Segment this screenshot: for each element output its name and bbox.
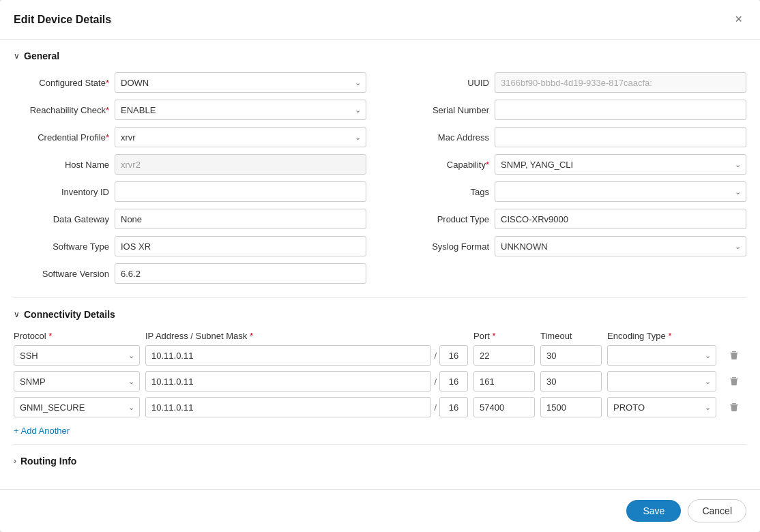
software-type-input[interactable]	[115, 236, 366, 256]
serial-number-row: Serial Number	[394, 100, 746, 120]
tags-row: Tags ⌄	[394, 181, 746, 202]
routing-section-header[interactable]: › Routing Info	[14, 456, 746, 467]
ip-mask-3-wrapper: /	[145, 397, 468, 417]
credential-profile-row: Credential Profile* xrvr ⌄	[14, 127, 366, 147]
encoding-3-wrapper: PROTO ⌄	[607, 397, 716, 417]
ip-1-input[interactable]	[145, 345, 431, 366]
general-section-title: General	[24, 50, 59, 61]
mask-3-input[interactable]	[439, 397, 468, 417]
ip-2-input[interactable]	[145, 371, 431, 391]
software-version-row: Software Version	[14, 263, 366, 284]
delete-2-icon	[729, 376, 740, 387]
protocol-3-select[interactable]: SSH SNMP GNMI_SECURE	[14, 397, 140, 417]
connectivity-row-1: SSH SNMP GNMI_SECURE ⌄ / PROTO	[14, 345, 746, 366]
encoding-1-select[interactable]: PROTO	[607, 345, 716, 366]
timeout-2-input[interactable]	[540, 371, 602, 391]
reachability-check-label: Reachability Check*	[14, 105, 109, 115]
configured-state-select[interactable]: DOWN UP	[115, 72, 366, 93]
protocol-2-select[interactable]: SSH SNMP GNMI_SECURE	[14, 371, 140, 391]
data-gateway-label: Data Gateway	[14, 214, 109, 224]
credential-profile-select[interactable]: xrvr	[115, 127, 366, 147]
protocol-col-header: Protocol *	[14, 331, 140, 341]
delete-row-1-button[interactable]	[722, 347, 746, 364]
connectivity-chevron-icon: ∨	[14, 310, 20, 319]
connectivity-divider	[14, 444, 746, 445]
reachability-check-row: Reachability Check* ENABLE DISABLE ⌄	[14, 100, 366, 120]
ip-mask-2-wrapper: /	[145, 371, 468, 391]
syslog-format-row: Syslog Format UNKNOWN ⌄	[394, 236, 746, 256]
modal-title: Edit Device Details	[14, 14, 111, 26]
connectivity-section: ∨ Connectivity Details Protocol * IP Add…	[14, 309, 746, 439]
port-col-header: Port *	[473, 331, 535, 341]
mask-sep-2: /	[434, 376, 437, 387]
configured-state-label: Configured State*	[14, 78, 109, 88]
data-gateway-input[interactable]	[115, 209, 366, 229]
encoding-3-select[interactable]: PROTO	[607, 397, 716, 417]
mask-2-input[interactable]	[439, 371, 468, 391]
connectivity-section-header[interactable]: ∨ Connectivity Details	[14, 309, 746, 320]
close-button[interactable]: ×	[731, 11, 746, 28]
encoding-type-col-header: Encoding Type *	[607, 331, 716, 341]
encoding-2-select[interactable]: PROTO	[607, 371, 716, 391]
add-another-button[interactable]: + Add Another	[14, 423, 70, 439]
timeout-col-header: Timeout	[540, 331, 602, 341]
delete-row-2-button[interactable]	[722, 373, 746, 389]
host-name-label: Host Name	[14, 160, 109, 170]
software-version-input[interactable]	[115, 263, 366, 284]
serial-number-label: Serial Number	[394, 105, 489, 115]
save-button[interactable]: Save	[626, 500, 681, 522]
port-2-input[interactable]	[473, 371, 535, 391]
timeout-3-input[interactable]	[540, 397, 602, 417]
product-type-input[interactable]	[495, 209, 746, 229]
connectivity-table-header: Protocol * IP Address / Subnet Mask * Po…	[14, 331, 746, 345]
mac-address-input[interactable]	[495, 127, 746, 147]
uuid-input[interactable]	[495, 72, 746, 93]
general-divider	[14, 297, 746, 298]
inventory-id-input[interactable]	[115, 181, 366, 202]
host-name-input[interactable]	[115, 154, 366, 175]
software-type-label: Software Type	[14, 241, 109, 252]
reachability-check-select[interactable]: ENABLE DISABLE	[115, 100, 366, 120]
timeout-1-input[interactable]	[540, 345, 602, 366]
tags-select[interactable]	[495, 181, 746, 202]
protocol-2-wrapper: SSH SNMP GNMI_SECURE ⌄	[14, 371, 140, 391]
modal-footer: Save Cancel	[0, 489, 760, 532]
routing-section-title: Routing Info	[20, 456, 76, 467]
reachability-check-wrapper: ENABLE DISABLE ⌄	[115, 100, 366, 120]
delete-3-icon	[729, 402, 740, 413]
encoding-2-wrapper: PROTO ⌄	[607, 371, 716, 391]
modal-body: ∨ General Configured State* DOWN UP ⌄	[0, 40, 760, 489]
capability-select[interactable]: SNMP, YANG_CLI	[495, 154, 746, 175]
credential-profile-wrapper: xrvr ⌄	[115, 127, 366, 147]
tags-label: Tags	[394, 187, 489, 197]
svg-rect-5	[732, 403, 736, 404]
mask-1-input[interactable]	[439, 345, 468, 366]
tags-wrapper: ⌄	[495, 181, 746, 202]
general-chevron-icon: ∨	[14, 51, 20, 61]
uuid-label: UUID	[394, 78, 489, 88]
uuid-row: UUID	[394, 72, 746, 93]
protocol-3-wrapper: SSH SNMP GNMI_SECURE ⌄	[14, 397, 140, 417]
port-1-input[interactable]	[473, 345, 535, 366]
syslog-format-label: Syslog Format	[394, 241, 489, 252]
host-name-row: Host Name	[14, 154, 366, 175]
delete-row-3-button[interactable]	[722, 399, 746, 415]
mask-sep-3: /	[434, 402, 437, 413]
syslog-format-select[interactable]: UNKNOWN	[495, 236, 746, 256]
delete-1-icon	[729, 350, 740, 361]
cancel-button[interactable]: Cancel	[688, 499, 746, 522]
general-section-header[interactable]: ∨ General	[14, 50, 746, 61]
capability-label: Capability*	[394, 160, 489, 170]
modal-header: Edit Device Details ×	[0, 0, 760, 40]
mac-address-row: Mac Address	[394, 127, 746, 147]
port-3-input[interactable]	[473, 397, 535, 417]
edit-device-modal: Edit Device Details × ∨ General Configur…	[0, 0, 760, 532]
serial-number-input[interactable]	[495, 100, 746, 120]
capability-row: Capability* SNMP, YANG_CLI ⌄	[394, 154, 746, 175]
ip-3-input[interactable]	[145, 397, 431, 417]
protocol-1-select[interactable]: SSH SNMP GNMI_SECURE	[14, 345, 140, 366]
connectivity-section-title: Connectivity Details	[24, 309, 115, 320]
data-gateway-row: Data Gateway	[14, 209, 366, 229]
svg-rect-3	[732, 377, 736, 378]
ip-subnet-col-header: IP Address / Subnet Mask *	[145, 331, 468, 341]
